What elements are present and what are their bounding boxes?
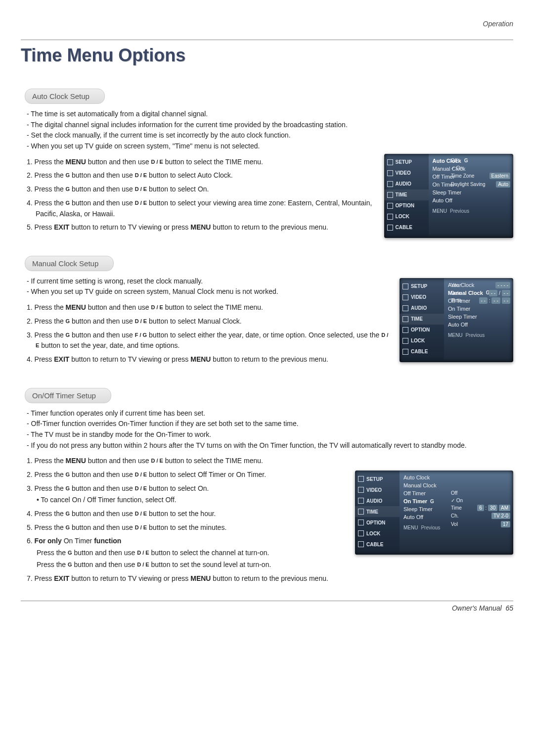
onoff-steps: 1. Press the MENU button and then use D … bbox=[25, 456, 345, 584]
osd-item[interactable]: Sleep Timer bbox=[433, 189, 509, 196]
osd-nav-item[interactable]: AUDIO bbox=[384, 179, 429, 189]
osd-nav: SETUP VIDEO AUDIO TIME OPTION LOCK CABLE bbox=[400, 278, 444, 362]
osd-value-row[interactable]: Year- - - - bbox=[451, 281, 510, 289]
osd-value-row[interactable]: Time ZoneEastern bbox=[451, 172, 510, 180]
osd-value-row[interactable]: Time6 : 30 AM bbox=[451, 504, 510, 512]
osd-nav-item[interactable]: TIME bbox=[355, 506, 400, 517]
auto-intro: - The time is set automatically from a d… bbox=[25, 109, 513, 152]
osd-nav-item[interactable]: LOCK bbox=[355, 528, 400, 539]
manual-steps: 1. Press the MENU button and then use D … bbox=[25, 302, 390, 365]
dir-g-icon: G bbox=[68, 562, 72, 567]
osd-nav-item[interactable]: CABLE bbox=[355, 539, 400, 550]
dir-de-icon: D / E bbox=[135, 200, 147, 206]
osd-nav-item[interactable]: VIDEO bbox=[400, 292, 444, 303]
dir-g-icon: G bbox=[66, 472, 70, 477]
osd-value-row[interactable]: Time- - : - - - - bbox=[451, 297, 510, 304]
setup-icon bbox=[387, 159, 393, 165]
option-icon bbox=[358, 520, 364, 525]
dir-g-icon: G bbox=[66, 186, 70, 192]
osd-subpanel: Year- - - - Date- - / - - Time- - : - - … bbox=[451, 281, 510, 304]
osd-value-row[interactable]: Daylight SavingAuto bbox=[451, 180, 510, 189]
intro-line: - If you do not press any button within … bbox=[25, 440, 513, 451]
dir-g-icon: G bbox=[66, 511, 70, 517]
osd-item[interactable]: Auto Clock bbox=[403, 473, 509, 481]
osd-subpanel: Off On Time6 : 30 AM Ch.TV 2-0 Vol17 bbox=[451, 489, 510, 528]
osd-nav-item[interactable]: LOCK bbox=[384, 211, 429, 222]
osd-nav-item[interactable]: OPTION bbox=[400, 325, 444, 335]
video-icon bbox=[402, 294, 408, 300]
osd-auto-clock: SETUP VIDEO AUDIO TIME OPTION LOCK CABLE… bbox=[384, 154, 513, 238]
osd-nav-item[interactable]: VIDEO bbox=[355, 484, 400, 495]
osd-value-row[interactable]: Off bbox=[451, 489, 510, 497]
osd-value-row[interactable]: Off bbox=[451, 157, 510, 164]
osd-nav-item[interactable]: SETUP bbox=[400, 281, 444, 292]
dir-de-icon: D / E bbox=[137, 550, 149, 556]
pill-auto-clock: Auto Clock Setup bbox=[25, 89, 105, 104]
osd-value-row[interactable]: On bbox=[451, 497, 510, 504]
cable-icon bbox=[358, 541, 364, 547]
step: 5. Press EXIT button to return to TV vie… bbox=[25, 222, 374, 233]
osd-nav: SETUP VIDEO AUDIO TIME OPTION LOCK CABLE bbox=[384, 154, 429, 238]
step: 3. Press the G button and then use D / E… bbox=[25, 184, 374, 195]
lock-icon bbox=[387, 214, 393, 220]
dir-g-icon: G bbox=[66, 332, 70, 338]
intro-line: - Set the clock manually, if the current… bbox=[25, 130, 513, 141]
intro-line: - If current time setting is wrong, rese… bbox=[25, 276, 390, 287]
option-icon bbox=[402, 327, 408, 333]
osd-item[interactable]: Manual Clock bbox=[403, 481, 509, 489]
lock-icon bbox=[358, 530, 364, 536]
osd-nav-item[interactable]: AUDIO bbox=[355, 495, 400, 506]
dir-de-icon: D / E bbox=[137, 562, 149, 567]
option-icon bbox=[387, 203, 393, 209]
bottom-separator bbox=[21, 601, 513, 601]
intro-line: - The digital channel signal includes in… bbox=[25, 120, 513, 131]
step: 5. Press the G button and then use D / E… bbox=[25, 522, 345, 533]
osd-nav-item[interactable]: VIDEO bbox=[384, 168, 429, 179]
osd-nav-item[interactable]: TIME bbox=[384, 189, 429, 200]
osd-subpanel: Off On Time ZoneEastern Daylight SavingA… bbox=[451, 157, 510, 189]
osd-item[interactable]: Auto Off bbox=[448, 321, 509, 329]
osd-value-row[interactable]: Ch.TV 2-0 bbox=[451, 512, 510, 520]
osd-footer: MENUPrevious bbox=[448, 329, 509, 338]
dir-g-icon: G bbox=[66, 318, 70, 324]
dir-de-icon: D / E bbox=[135, 485, 147, 491]
intro-line: - The TV must be in standby mode for the… bbox=[25, 429, 513, 440]
step-sub: Press the G button and then use D / E bu… bbox=[25, 548, 345, 559]
osd-nav-item[interactable]: OPTION bbox=[355, 517, 400, 528]
osd-nav-item[interactable]: CABLE bbox=[384, 222, 429, 233]
time-icon bbox=[358, 509, 364, 515]
step: 3. Press the G button and then use F / G… bbox=[25, 330, 390, 351]
audio-icon bbox=[358, 498, 364, 504]
step: 1. Press the MENU button and then use D … bbox=[25, 302, 390, 313]
step: 2. Press the G button and then use D / E… bbox=[25, 170, 374, 181]
dir-g-icon: G bbox=[66, 172, 70, 178]
osd-footer: MENUPrevious bbox=[433, 204, 509, 214]
dir-de-icon: D / E bbox=[135, 511, 147, 517]
setup-icon bbox=[358, 476, 364, 482]
osd-item[interactable]: Auto Off bbox=[433, 196, 509, 204]
osd-item[interactable]: On Timer bbox=[448, 305, 509, 313]
auto-steps: 1. Press the MENU button and then use D … bbox=[25, 157, 374, 233]
step: 6. For only On Timer function bbox=[25, 536, 345, 547]
osd-nav-item[interactable]: SETUP bbox=[384, 157, 429, 168]
step-sub: Press the G button and then use D / E bu… bbox=[25, 560, 345, 570]
page-footer: Owner's Manual 65 bbox=[21, 604, 513, 612]
video-icon bbox=[387, 170, 393, 176]
osd-item[interactable]: Sleep Timer bbox=[448, 313, 509, 321]
osd-nav-item[interactable]: TIME bbox=[400, 314, 444, 325]
dir-de-icon: D / E bbox=[135, 524, 147, 530]
intro-line: - Off-Timer function overrides On-Timer … bbox=[25, 419, 513, 429]
osd-nav-item[interactable]: CABLE bbox=[400, 346, 444, 357]
osd-value-row[interactable]: Vol17 bbox=[451, 520, 510, 528]
osd-nav-item[interactable]: SETUP bbox=[355, 473, 400, 484]
osd-nav-item[interactable]: LOCK bbox=[400, 335, 444, 346]
time-icon bbox=[402, 316, 408, 322]
osd-on-timer: SETUP VIDEO AUDIO TIME OPTION LOCK CABLE… bbox=[355, 471, 513, 555]
pill-onoff-timer: On/Off Timer Setup bbox=[25, 388, 111, 403]
audio-icon bbox=[402, 305, 408, 311]
osd-nav-item[interactable]: AUDIO bbox=[400, 303, 444, 314]
osd-value-row[interactable]: On bbox=[451, 164, 510, 172]
osd-value-row[interactable]: Date- - / - - bbox=[451, 289, 510, 297]
step: 4. Press EXIT button to return to TV vie… bbox=[25, 354, 390, 365]
osd-nav-item[interactable]: OPTION bbox=[384, 200, 429, 211]
